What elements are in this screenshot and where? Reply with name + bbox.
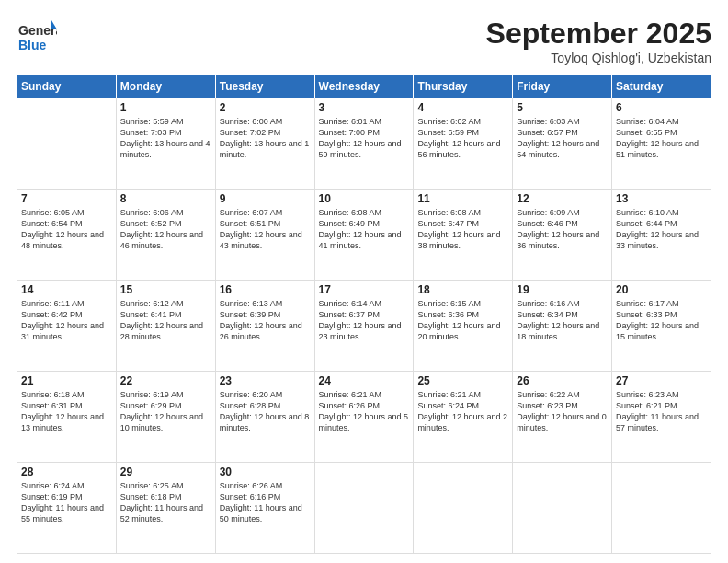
- header-thursday: Thursday: [414, 75, 513, 98]
- day-info: Sunrise: 6:22 AMSunset: 6:23 PMDaylight:…: [517, 390, 607, 432]
- calendar-cell: 13 Sunrise: 6:10 AMSunset: 6:44 PMDaylig…: [612, 190, 711, 281]
- day-info: Sunrise: 6:09 AMSunset: 6:46 PMDaylight:…: [517, 208, 599, 250]
- month-title: September 2025: [486, 17, 711, 51]
- day-number: 15: [120, 283, 211, 296]
- calendar-cell: 10 Sunrise: 6:08 AMSunset: 6:49 PMDaylig…: [314, 190, 414, 281]
- day-info: Sunrise: 6:10 AMSunset: 6:44 PMDaylight:…: [616, 208, 699, 250]
- calendar-week-1: 1 Sunrise: 5:59 AMSunset: 7:03 PMDayligh…: [17, 98, 711, 190]
- calendar-cell: 6 Sunrise: 6:04 AMSunset: 6:55 PMDayligh…: [612, 98, 711, 190]
- calendar-table: Sunday Monday Tuesday Wednesday Thursday…: [17, 75, 711, 554]
- day-info: Sunrise: 6:12 AMSunset: 6:41 PMDaylight:…: [120, 299, 203, 341]
- day-number: 21: [21, 374, 112, 387]
- calendar-cell: 17 Sunrise: 6:14 AMSunset: 6:37 PMDaylig…: [314, 281, 414, 372]
- day-info: Sunrise: 6:19 AMSunset: 6:29 PMDaylight:…: [120, 390, 203, 432]
- day-info: Sunrise: 6:25 AMSunset: 6:18 PMDaylight:…: [120, 481, 203, 523]
- calendar-cell: 23 Sunrise: 6:20 AMSunset: 6:28 PMDaylig…: [215, 372, 314, 463]
- day-number: 8: [120, 192, 211, 205]
- calendar-cell: 15 Sunrise: 6:12 AMSunset: 6:41 PMDaylig…: [116, 281, 215, 372]
- day-number: 30: [220, 465, 311, 478]
- calendar-cell: 4 Sunrise: 6:02 AMSunset: 6:59 PMDayligh…: [414, 98, 513, 190]
- logo: General Blue: [17, 17, 57, 61]
- calendar-cell: 18 Sunrise: 6:15 AMSunset: 6:36 PMDaylig…: [414, 281, 513, 372]
- day-number: 24: [319, 374, 410, 387]
- day-number: 14: [21, 283, 112, 296]
- day-info: Sunrise: 6:15 AMSunset: 6:36 PMDaylight:…: [417, 299, 500, 341]
- day-number: 6: [616, 101, 707, 114]
- day-number: 4: [417, 101, 508, 114]
- day-number: 18: [417, 283, 508, 296]
- day-number: 29: [120, 465, 211, 478]
- day-info: Sunrise: 6:01 AMSunset: 7:00 PMDaylight:…: [319, 117, 402, 159]
- calendar-cell: 16 Sunrise: 6:13 AMSunset: 6:39 PMDaylig…: [215, 281, 314, 372]
- calendar-cell: 7 Sunrise: 6:05 AMSunset: 6:54 PMDayligh…: [17, 190, 117, 281]
- calendar-week-3: 14 Sunrise: 6:11 AMSunset: 6:42 PMDaylig…: [17, 281, 711, 372]
- day-number: 27: [616, 374, 707, 387]
- day-info: Sunrise: 6:06 AMSunset: 6:52 PMDaylight:…: [120, 208, 203, 250]
- calendar-cell: 20 Sunrise: 6:17 AMSunset: 6:33 PMDaylig…: [612, 281, 711, 372]
- day-info: Sunrise: 6:18 AMSunset: 6:31 PMDaylight:…: [21, 390, 104, 432]
- day-number: 26: [517, 374, 608, 387]
- day-info: Sunrise: 6:07 AMSunset: 6:51 PMDaylight:…: [220, 208, 302, 250]
- calendar-cell: 12 Sunrise: 6:09 AMSunset: 6:46 PMDaylig…: [513, 190, 612, 281]
- calendar-cell: 14 Sunrise: 6:11 AMSunset: 6:42 PMDaylig…: [17, 281, 117, 372]
- calendar-cell: 27 Sunrise: 6:23 AMSunset: 6:21 PMDaylig…: [612, 372, 711, 463]
- svg-text:General: General: [18, 23, 57, 38]
- day-info: Sunrise: 6:00 AMSunset: 7:02 PMDaylight:…: [220, 117, 310, 159]
- day-info: Sunrise: 6:20 AMSunset: 6:28 PMDaylight:…: [220, 390, 310, 432]
- day-number: 16: [220, 283, 311, 296]
- day-number: 20: [616, 283, 707, 296]
- header-friday: Friday: [513, 75, 612, 98]
- calendar-cell: [414, 463, 513, 554]
- day-number: 17: [319, 283, 410, 296]
- day-info: Sunrise: 6:21 AMSunset: 6:26 PMDaylight:…: [319, 390, 409, 432]
- svg-text:Blue: Blue: [18, 38, 47, 52]
- calendar-cell: 5 Sunrise: 6:03 AMSunset: 6:57 PMDayligh…: [513, 98, 612, 190]
- calendar-cell: [17, 98, 117, 190]
- day-info: Sunrise: 6:16 AMSunset: 6:34 PMDaylight:…: [517, 299, 599, 341]
- day-info: Sunrise: 6:26 AMSunset: 6:16 PMDaylight:…: [220, 481, 302, 523]
- calendar-cell: [513, 463, 612, 554]
- header-tuesday: Tuesday: [215, 75, 314, 98]
- day-number: 23: [220, 374, 311, 387]
- calendar-cell: 11 Sunrise: 6:08 AMSunset: 6:47 PMDaylig…: [414, 190, 513, 281]
- day-number: 1: [120, 101, 211, 114]
- calendar-cell: 28 Sunrise: 6:24 AMSunset: 6:19 PMDaylig…: [17, 463, 117, 554]
- day-info: Sunrise: 6:05 AMSunset: 6:54 PMDaylight:…: [21, 208, 104, 250]
- calendar-cell: 2 Sunrise: 6:00 AMSunset: 7:02 PMDayligh…: [215, 98, 314, 190]
- calendar-cell: 9 Sunrise: 6:07 AMSunset: 6:51 PMDayligh…: [215, 190, 314, 281]
- title-block: September 2025 Toyloq Qishlog'i, Uzbekis…: [486, 17, 711, 65]
- day-number: 25: [417, 374, 508, 387]
- day-info: Sunrise: 6:04 AMSunset: 6:55 PMDaylight:…: [616, 117, 699, 159]
- calendar-cell: 26 Sunrise: 6:22 AMSunset: 6:23 PMDaylig…: [513, 372, 612, 463]
- day-number: 3: [319, 101, 410, 114]
- day-info: Sunrise: 6:02 AMSunset: 6:59 PMDaylight:…: [417, 117, 500, 159]
- day-info: Sunrise: 6:08 AMSunset: 6:49 PMDaylight:…: [319, 208, 402, 250]
- day-number: 2: [220, 101, 311, 114]
- calendar-cell: 24 Sunrise: 6:21 AMSunset: 6:26 PMDaylig…: [314, 372, 414, 463]
- day-number: 12: [517, 192, 608, 205]
- header-saturday: Saturday: [612, 75, 711, 98]
- header: General Blue September 2025 Toyloq Qishl…: [17, 17, 711, 65]
- day-number: 11: [417, 192, 508, 205]
- day-number: 7: [21, 192, 112, 205]
- calendar-cell: [314, 463, 414, 554]
- day-info: Sunrise: 6:23 AMSunset: 6:21 PMDaylight:…: [616, 390, 699, 432]
- calendar-week-5: 28 Sunrise: 6:24 AMSunset: 6:19 PMDaylig…: [17, 463, 711, 554]
- day-info: Sunrise: 6:08 AMSunset: 6:47 PMDaylight:…: [417, 208, 500, 250]
- day-info: Sunrise: 5:59 AMSunset: 7:03 PMDaylight:…: [120, 117, 210, 159]
- day-number: 10: [319, 192, 410, 205]
- day-info: Sunrise: 6:11 AMSunset: 6:42 PMDaylight:…: [21, 299, 104, 341]
- weekday-header-row: Sunday Monday Tuesday Wednesday Thursday…: [17, 75, 711, 98]
- day-info: Sunrise: 6:14 AMSunset: 6:37 PMDaylight:…: [319, 299, 402, 341]
- calendar-cell: 21 Sunrise: 6:18 AMSunset: 6:31 PMDaylig…: [17, 372, 117, 463]
- calendar-week-4: 21 Sunrise: 6:18 AMSunset: 6:31 PMDaylig…: [17, 372, 711, 463]
- calendar-cell: 22 Sunrise: 6:19 AMSunset: 6:29 PMDaylig…: [116, 372, 215, 463]
- day-number: 13: [616, 192, 707, 205]
- calendar-cell: 8 Sunrise: 6:06 AMSunset: 6:52 PMDayligh…: [116, 190, 215, 281]
- day-number: 28: [21, 465, 112, 478]
- calendar-cell: [612, 463, 711, 554]
- day-info: Sunrise: 6:21 AMSunset: 6:24 PMDaylight:…: [417, 390, 507, 432]
- day-number: 19: [517, 283, 608, 296]
- header-sunday: Sunday: [17, 75, 117, 98]
- calendar-cell: 19 Sunrise: 6:16 AMSunset: 6:34 PMDaylig…: [513, 281, 612, 372]
